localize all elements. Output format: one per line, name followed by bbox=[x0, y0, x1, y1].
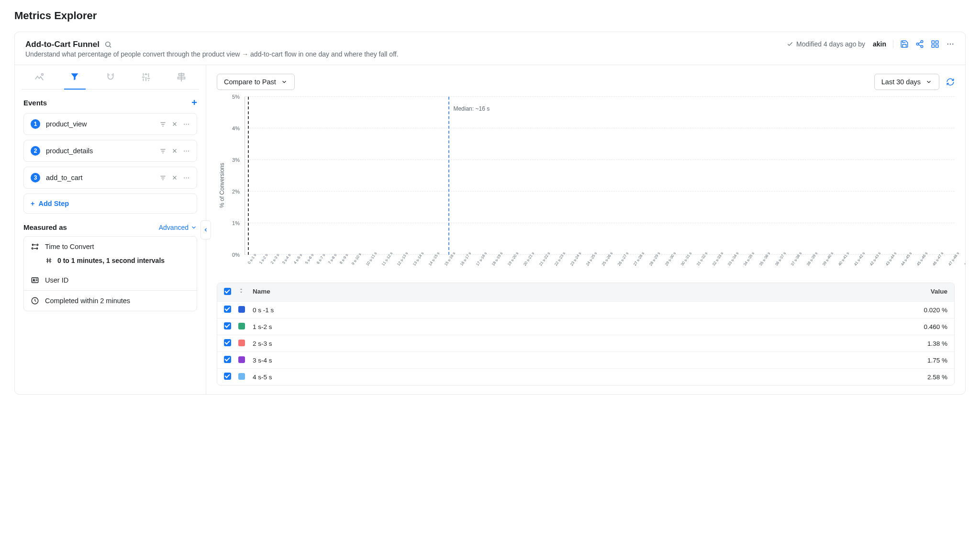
row-value: 0.460 % bbox=[904, 323, 947, 330]
row-checkbox[interactable] bbox=[224, 356, 231, 363]
row-name: 3 s-4 s bbox=[253, 357, 904, 364]
svg-rect-25 bbox=[32, 278, 38, 283]
svg-point-16 bbox=[188, 124, 189, 125]
event-name: add_to_cart bbox=[46, 174, 154, 182]
legend-table: Name Value 0 s -1 s 0.020 % 1 s-2 s 0.46… bbox=[217, 283, 955, 386]
insights-icon bbox=[34, 72, 45, 82]
chevron-down-icon bbox=[281, 79, 288, 85]
color-swatch bbox=[238, 306, 245, 313]
interval-row[interactable]: 0 to 1 minutes, 1 second intervals bbox=[24, 257, 197, 270]
tab-insights[interactable] bbox=[22, 65, 57, 89]
chevron-left-icon bbox=[203, 227, 209, 233]
add-event-button[interactable]: + bbox=[191, 97, 197, 108]
sliders-icon bbox=[141, 72, 151, 82]
x-tick: 47 s-48 s bbox=[947, 251, 966, 273]
filter-icon[interactable] bbox=[159, 148, 167, 155]
svg-point-24 bbox=[32, 248, 33, 249]
y-tick: 3% bbox=[232, 157, 240, 163]
completed-within-row[interactable]: Completed within 2 minutes bbox=[24, 290, 197, 311]
interval-icon bbox=[45, 257, 53, 264]
sort-icon bbox=[238, 288, 244, 294]
collapse-sidebar-button[interactable] bbox=[200, 220, 211, 239]
color-swatch bbox=[238, 356, 245, 363]
share-icon[interactable] bbox=[915, 40, 924, 48]
table-row[interactable]: 1 s-2 s 0.460 % bbox=[217, 318, 954, 335]
remove-icon[interactable] bbox=[171, 174, 178, 182]
events-heading: Events bbox=[23, 99, 47, 107]
search-icon[interactable] bbox=[104, 41, 112, 48]
y-tick: 0% bbox=[232, 252, 240, 258]
measured-as-heading: Measured as bbox=[23, 223, 67, 231]
dashboard-icon[interactable] bbox=[931, 40, 939, 48]
id-icon bbox=[31, 276, 39, 284]
clock-icon bbox=[31, 296, 39, 305]
svg-point-18 bbox=[186, 150, 187, 151]
plus-icon: + bbox=[31, 200, 34, 207]
tab-retention[interactable] bbox=[92, 65, 128, 89]
event-step-product_details[interactable]: 2 product_details bbox=[23, 140, 197, 162]
svg-point-23 bbox=[37, 244, 38, 246]
svg-point-9 bbox=[950, 44, 951, 45]
more-icon[interactable] bbox=[183, 121, 190, 128]
remove-icon[interactable] bbox=[171, 148, 178, 155]
y-tick: 2% bbox=[232, 189, 240, 194]
user-id-row[interactable]: User ID bbox=[24, 270, 197, 290]
row-checkbox[interactable] bbox=[224, 339, 231, 346]
row-checkbox[interactable] bbox=[224, 306, 231, 313]
color-swatch bbox=[238, 373, 245, 380]
svg-point-22 bbox=[188, 177, 189, 178]
row-checkbox[interactable] bbox=[224, 373, 231, 380]
col-name-header[interactable]: Name bbox=[253, 288, 904, 296]
svg-rect-7 bbox=[936, 45, 938, 47]
event-step-add_to_cart[interactable]: 3 add_to_cart bbox=[23, 167, 197, 189]
row-value: 0.020 % bbox=[904, 307, 947, 314]
tab-funnel[interactable] bbox=[57, 65, 92, 89]
y-tick: 1% bbox=[232, 220, 240, 226]
event-name: product_details bbox=[46, 147, 154, 155]
tab-align[interactable] bbox=[164, 65, 199, 89]
row-checkbox[interactable] bbox=[224, 322, 231, 329]
color-swatch bbox=[238, 340, 245, 346]
svg-point-14 bbox=[184, 124, 185, 125]
compare-dropdown[interactable]: Compare to Past bbox=[217, 74, 295, 90]
chart-plot[interactable]: Median: ~16 s bbox=[245, 97, 955, 255]
svg-point-3 bbox=[921, 45, 923, 48]
col-value-header[interactable]: Value bbox=[904, 288, 947, 296]
chart: % of Conversions 0%1%2%3%4%5% Median: ~1… bbox=[217, 97, 955, 274]
y-axis-label: % of Conversions bbox=[217, 97, 227, 274]
explorer-panel: Add-to-Cart Funnel Understand what perce… bbox=[14, 32, 966, 395]
funnel-icon bbox=[70, 72, 79, 81]
remove-icon[interactable] bbox=[171, 121, 178, 128]
table-row[interactable]: 2 s-3 s 1.38 % bbox=[217, 335, 954, 352]
add-step-button[interactable]: + Add Step bbox=[23, 193, 197, 214]
event-step-product_view[interactable]: 1 product_view bbox=[23, 113, 197, 135]
svg-point-10 bbox=[952, 44, 953, 45]
modified-info: Modified 4 days ago by akin bbox=[787, 40, 886, 48]
more-icon[interactable] bbox=[183, 148, 190, 155]
more-icon[interactable] bbox=[183, 174, 190, 182]
time-to-convert-row[interactable]: Time to Convert bbox=[24, 237, 197, 257]
refresh-button[interactable] bbox=[946, 78, 955, 86]
refresh-icon bbox=[946, 78, 955, 86]
color-swatch bbox=[238, 323, 245, 329]
sort-button[interactable] bbox=[238, 288, 253, 296]
tab-flows[interactable] bbox=[128, 65, 164, 89]
table-row[interactable]: 3 s-4 s 1.75 % bbox=[217, 352, 954, 368]
advanced-toggle[interactable]: Advanced bbox=[159, 224, 197, 231]
step-number: 3 bbox=[31, 173, 40, 182]
filter-icon[interactable] bbox=[159, 174, 167, 182]
select-all-checkbox[interactable] bbox=[224, 288, 231, 295]
svg-point-17 bbox=[184, 150, 185, 151]
more-icon[interactable] bbox=[946, 40, 955, 48]
svg-rect-4 bbox=[932, 41, 934, 43]
panel-header: Add-to-Cart Funnel Understand what perce… bbox=[15, 32, 965, 65]
svg-rect-6 bbox=[932, 45, 934, 47]
table-row[interactable]: 0 s -1 s 0.020 % bbox=[217, 301, 954, 318]
funnel-title: Add-to-Cart Funnel bbox=[25, 40, 100, 49]
daterange-dropdown[interactable]: Last 30 days bbox=[874, 74, 939, 90]
save-icon[interactable] bbox=[900, 40, 909, 48]
table-row[interactable]: 4 s-5 s 2.58 % bbox=[217, 368, 954, 385]
step-number: 2 bbox=[31, 146, 40, 156]
main-area: Compare to Past Last 30 days % of Conver… bbox=[206, 65, 965, 394]
filter-icon[interactable] bbox=[159, 121, 167, 128]
